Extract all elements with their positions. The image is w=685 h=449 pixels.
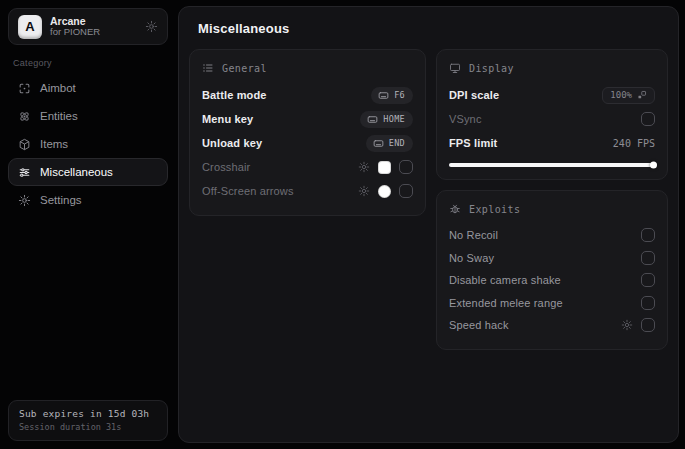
keybind-value: END xyxy=(389,138,405,148)
category-label: Category xyxy=(13,58,168,68)
list-icon xyxy=(202,62,214,74)
setting-label: VSync xyxy=(449,113,482,125)
no-sway-checkbox[interactable] xyxy=(641,251,655,265)
scale-icon xyxy=(637,90,647,100)
subscription-card: Sub expires in 15d 03h Session duration … xyxy=(8,400,168,441)
setting-label: FPS limit xyxy=(449,137,497,149)
setting-label: No Recoil xyxy=(449,229,498,241)
no-recoil-checkbox[interactable] xyxy=(641,228,655,242)
sidebar-item-settings[interactable]: Settings xyxy=(8,186,168,214)
app-subtitle: for PIONER xyxy=(50,27,100,38)
setting-label: No Sway xyxy=(449,252,494,264)
session-duration-text: Session duration 31s xyxy=(19,422,157,432)
setting-row-menu-key: Menu key HOME xyxy=(202,107,413,131)
sliders-icon xyxy=(18,166,31,179)
fps-limit-value: 240 FPS xyxy=(613,138,655,149)
exploits-card: Exploits No Recoil No Sway Disable camer… xyxy=(436,190,668,350)
setting-row-extended-melee-range: Extended melee range xyxy=(449,292,655,315)
main-panel: Miscellaneous General Battle mode xyxy=(178,6,679,443)
fps-limit-slider[interactable] xyxy=(449,163,655,167)
disable-camera-shake-checkbox[interactable] xyxy=(641,273,655,287)
gear-icon[interactable] xyxy=(358,185,370,197)
general-card-title: General xyxy=(222,63,267,74)
offscreen-arrows-checkbox[interactable] xyxy=(399,184,413,198)
settings-gear-icon[interactable] xyxy=(145,20,158,33)
box-icon xyxy=(18,138,31,151)
sidebar-item-miscellaneous[interactable]: Miscellaneous xyxy=(8,158,168,186)
gear-icon[interactable] xyxy=(358,161,370,173)
gear-icon xyxy=(18,194,31,207)
setting-row-speed-hack: Speed hack xyxy=(449,314,655,337)
sidebar-item-items[interactable]: Items xyxy=(8,130,168,158)
display-card: Display DPI scale 100% xyxy=(436,49,668,180)
page-title: Miscellaneous xyxy=(198,21,668,36)
app-logo: A xyxy=(18,15,42,39)
setting-label: DPI scale xyxy=(449,89,499,101)
keyboard-icon xyxy=(378,90,389,101)
sidebar: A Arcane for PIONER Category xyxy=(0,0,176,449)
dpi-scale-select[interactable]: 100% xyxy=(602,87,655,104)
atom-icon xyxy=(18,110,31,123)
exploits-card-title: Exploits xyxy=(469,204,520,215)
speed-hack-checkbox[interactable] xyxy=(641,318,655,332)
setting-row-no-recoil: No Recoil xyxy=(449,224,655,247)
setting-row-offscreen-arrows: Off-Screen arrows xyxy=(202,179,413,203)
setting-label: Disable camera shake xyxy=(449,274,561,286)
keybind-pill-menu-key[interactable]: HOME xyxy=(360,111,413,128)
setting-row-unload-key: Unload key END xyxy=(202,131,413,155)
vsync-checkbox[interactable] xyxy=(641,112,655,126)
general-card: General Battle mode F6 Menu key xyxy=(189,49,426,216)
gear-icon[interactable] xyxy=(621,319,633,331)
setting-label: Menu key xyxy=(202,113,253,125)
fps-slider-knob[interactable] xyxy=(650,162,657,169)
setting-label: Off-Screen arrows xyxy=(202,185,294,197)
keybind-pill-unload-key[interactable]: END xyxy=(366,135,413,152)
setting-label: Crosshair xyxy=(202,161,250,173)
keybind-value: HOME xyxy=(383,114,405,124)
setting-row-battle-mode: Battle mode F6 xyxy=(202,83,413,107)
setting-row-crosshair: Crosshair xyxy=(202,155,413,179)
sidebar-item-label: Entities xyxy=(40,110,78,122)
bug-icon xyxy=(449,203,461,215)
setting-row-dpi-scale: DPI scale 100% xyxy=(449,83,655,107)
keyboard-icon xyxy=(367,114,378,125)
monitor-icon xyxy=(449,62,461,74)
keybind-pill-battle-mode[interactable]: F6 xyxy=(371,87,413,104)
setting-label: Extended melee range xyxy=(449,297,563,309)
sidebar-item-aimbot[interactable]: Aimbot xyxy=(8,74,168,102)
setting-label: Speed hack xyxy=(449,319,509,331)
setting-label: Unload key xyxy=(202,137,262,149)
display-card-title: Display xyxy=(469,63,514,74)
setting-row-vsync: VSync xyxy=(449,107,655,131)
sidebar-item-label: Settings xyxy=(40,194,82,206)
setting-row-disable-camera-shake: Disable camera shake xyxy=(449,269,655,292)
color-swatch[interactable] xyxy=(378,185,391,198)
keyboard-icon xyxy=(373,138,384,149)
crosshair-checkbox[interactable] xyxy=(399,160,413,174)
setting-label: Battle mode xyxy=(202,89,267,101)
sidebar-item-label: Aimbot xyxy=(40,82,76,94)
setting-row-no-sway: No Sway xyxy=(449,247,655,270)
app-window: A Arcane for PIONER Category xyxy=(0,0,685,449)
sidebar-item-entities[interactable]: Entities xyxy=(8,102,168,130)
dpi-scale-value: 100% xyxy=(610,90,632,100)
setting-row-fps-limit: FPS limit 240 FPS xyxy=(449,131,655,155)
sidebar-nav: Aimbot Entities xyxy=(8,74,168,214)
brand-card: A Arcane for PIONER xyxy=(8,8,168,45)
sidebar-item-label: Miscellaneous xyxy=(40,166,113,178)
color-swatch[interactable] xyxy=(378,161,391,174)
sub-expiry-text: Sub expires in 15d 03h xyxy=(19,408,157,419)
keybind-value: F6 xyxy=(394,90,405,100)
extended-melee-range-checkbox[interactable] xyxy=(641,296,655,310)
crosshair-icon xyxy=(18,82,31,95)
sidebar-item-label: Items xyxy=(40,138,68,150)
fps-slider-fill xyxy=(449,163,655,167)
